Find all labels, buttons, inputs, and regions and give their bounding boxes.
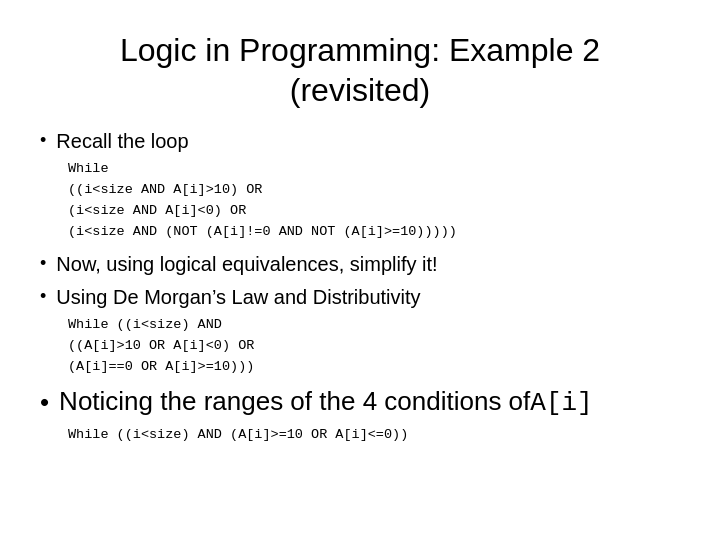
noticing-text-before: Noticing the ranges of the 4 conditions … [59, 385, 530, 419]
noticing-section: • Noticing the ranges of the 4 condition… [40, 385, 680, 446]
recall-label: Recall the loop [56, 128, 188, 155]
noticing-code-inline: A[i] [530, 387, 592, 421]
demorgan-code: While ((i<size) AND ((A[i]>10 OR A[i]<0)… [68, 315, 680, 378]
recall-code-line4: (i<size AND (NOT (A[i]!=0 AND NOT (A[i]>… [68, 222, 680, 243]
recall-code-line3: (i<size AND A[i]<0) OR [68, 201, 680, 222]
noticing-code-line1: While ((i<size) AND (A[i]>=10 OR A[i]<=0… [68, 425, 680, 446]
demorgan-code-line2: ((A[i]>10 OR A[i]<0) OR [68, 336, 680, 357]
recall-section: • Recall the loop While ((i<size AND A[i… [40, 128, 680, 243]
slide: Logic in Programming: Example 2 (revisit… [0, 0, 720, 540]
bullet-dot-recall: • [40, 130, 46, 151]
title-line2: (revisited) [40, 70, 680, 110]
now-label: Now, using logical equivalences, simplif… [56, 251, 437, 278]
recall-code: While ((i<size AND A[i]>10) OR (i<size A… [68, 159, 680, 243]
demorgan-section: • Using De Morgan’s Law and Distributivi… [40, 284, 680, 378]
now-section: • Now, using logical equivalences, simpl… [40, 251, 680, 278]
bullet-dot-noticing: • [40, 387, 49, 418]
demorgan-code-line1: While ((i<size) AND [68, 315, 680, 336]
noticing-code: While ((i<size) AND (A[i]>=10 OR A[i]<=0… [68, 425, 680, 446]
noticing-label: Noticing the ranges of the 4 conditions … [59, 385, 593, 421]
slide-title: Logic in Programming: Example 2 (revisit… [40, 30, 680, 110]
demorgan-bullet: • Using De Morgan’s Law and Distributivi… [40, 284, 680, 311]
demorgan-code-line3: (A[i]==0 OR A[i]>=10))) [68, 357, 680, 378]
recall-code-line1: While [68, 159, 680, 180]
bullet-dot-now: • [40, 253, 46, 274]
now-bullet: • Now, using logical equivalences, simpl… [40, 251, 680, 278]
title-line1: Logic in Programming: Example 2 [40, 30, 680, 70]
bullet-dot-demorgan: • [40, 286, 46, 307]
noticing-bullet: • Noticing the ranges of the 4 condition… [40, 385, 680, 421]
recall-bullet: • Recall the loop [40, 128, 680, 155]
recall-code-line2: ((i<size AND A[i]>10) OR [68, 180, 680, 201]
demorgan-label: Using De Morgan’s Law and Distributivity [56, 284, 420, 311]
